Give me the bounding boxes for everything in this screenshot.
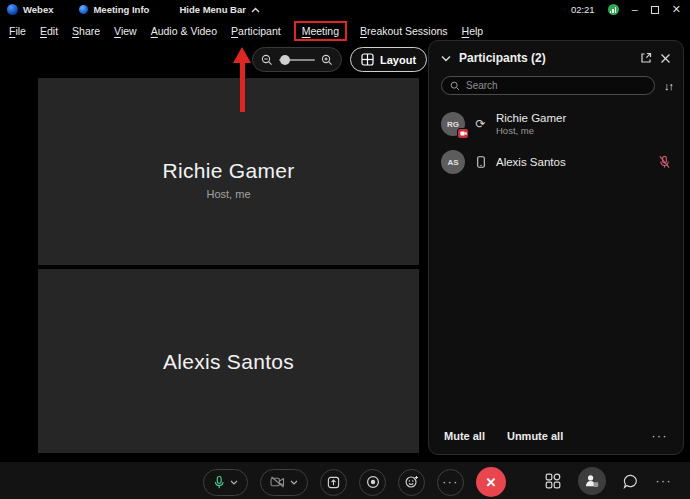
share-screen-button[interactable] (320, 469, 347, 496)
zoom-slider-knob[interactable] (280, 55, 290, 65)
mobile-device-icon (474, 156, 487, 168)
menu-item-share[interactable]: Share (71, 23, 101, 39)
meeting-info-label: Meeting Info (93, 4, 149, 15)
avatar: RG (441, 112, 465, 136)
menu-item-audio-video[interactable]: Audio & Video (150, 23, 218, 39)
participants-icon (584, 474, 599, 488)
chevron-down-icon[interactable] (441, 55, 451, 62)
participants-panel-header: Participants (2) (429, 41, 683, 73)
avatar-initials: AS (447, 158, 458, 167)
close-button[interactable]: ✕ (672, 4, 681, 15)
webex-logo-icon (7, 4, 18, 15)
camera-off-badge-icon (457, 128, 469, 139)
sort-participants-icon[interactable]: ↓↑ (664, 80, 673, 92)
camera-off-icon (270, 476, 285, 488)
reactions-button[interactable] (398, 469, 425, 496)
participants-panel: Participants (2) (428, 40, 684, 455)
app-brand: Webex (7, 4, 53, 15)
zoom-slider[interactable] (279, 59, 315, 61)
connection-status-icon (608, 4, 619, 15)
zoom-in-icon[interactable] (321, 54, 333, 66)
mute-button[interactable] (203, 469, 248, 496)
menu-item-breakout-sessions[interactable]: Breakout Sessions (359, 23, 449, 39)
participant-name: Alexis Santos (496, 156, 566, 169)
start-video-button[interactable] (260, 469, 308, 496)
meeting-timer: 02:21 (571, 4, 595, 15)
title-bar: Webex Meeting Info Hide Menu Bar 02:21 –… (0, 0, 690, 19)
participants-toggle-button[interactable] (578, 467, 606, 495)
tile-participant-name: Alexis Santos (38, 350, 419, 374)
apps-grid-icon (545, 473, 561, 489)
avatar-initials: RG (447, 120, 459, 129)
tile-participant-role: Host, me (38, 188, 419, 200)
participant-name: Richie Gamer (496, 112, 566, 125)
menu-item-participant[interactable]: Participant (230, 23, 282, 39)
reactions-smiley-icon (405, 475, 419, 489)
chevron-up-icon (251, 7, 260, 13)
more-options-button[interactable]: ··· (437, 469, 464, 496)
participant-row-alexis-santos[interactable]: AS Alexis Santos (429, 143, 683, 181)
chevron-down-icon[interactable] (290, 480, 298, 485)
hide-menu-bar-label: Hide Menu Bar (179, 4, 246, 15)
layout-button[interactable]: Layout (350, 47, 427, 72)
menu-item-meeting[interactable]: Meeting (294, 21, 347, 41)
menu-item-file[interactable]: File (8, 23, 27, 39)
meeting-info-icon (79, 5, 88, 14)
participants-search-row: ↓↑ (429, 73, 683, 101)
record-icon (366, 475, 380, 489)
meeting-control-bar: ··· ✕ (0, 462, 690, 499)
microphone-icon (213, 475, 225, 490)
webex-meeting-window: Webex Meeting Info Hide Menu Bar 02:21 –… (0, 0, 690, 499)
menu-item-help[interactable]: Help (461, 23, 485, 39)
chat-button[interactable] (623, 474, 639, 489)
participants-panel-footer: Mute all Unmute all ··· (429, 418, 683, 454)
search-icon (450, 81, 460, 91)
zoom-control (252, 47, 342, 72)
pop-out-panel-button[interactable] (640, 52, 652, 64)
record-button[interactable] (359, 469, 386, 496)
close-panel-button[interactable] (660, 53, 671, 64)
video-tile-alexis-santos[interactable]: Alexis Santos (38, 269, 419, 453)
app-name: Webex (23, 4, 53, 15)
minimize-button[interactable]: – (632, 4, 638, 15)
menu-bar: File Edit Share View Audio & Video Parti… (0, 19, 690, 42)
apps-button[interactable] (545, 473, 561, 489)
layout-button-label: Layout (380, 54, 416, 66)
search-field[interactable] (441, 76, 655, 95)
paired-device-icon: ⟳ (474, 117, 487, 131)
meeting-info-button[interactable]: Meeting Info (79, 4, 149, 15)
muted-mic-icon[interactable] (658, 155, 671, 169)
leave-x-icon: ✕ (486, 475, 497, 490)
participant-role: Host, me (496, 125, 566, 136)
maximize-button[interactable] (651, 6, 659, 14)
menu-item-edit[interactable]: Edit (39, 23, 59, 39)
share-icon (327, 476, 340, 489)
annotation-arrow (233, 47, 251, 112)
search-input[interactable] (466, 80, 646, 91)
unmute-all-button[interactable]: Unmute all (507, 430, 563, 442)
ellipsis-icon: ··· (442, 477, 459, 487)
menu-item-view[interactable]: View (113, 23, 138, 39)
avatar: AS (441, 150, 465, 174)
leave-meeting-button[interactable]: ✕ (476, 467, 506, 497)
participant-row-richie-gamer[interactable]: RG ⟳ Richie Gamer Host, me (429, 105, 683, 143)
pop-out-icon (640, 52, 652, 64)
panel-more-options-button[interactable]: ··· (652, 431, 669, 441)
panel-options-button[interactable]: ··· (656, 476, 673, 486)
participants-list: RG ⟳ Richie Gamer Host, me AS (429, 105, 683, 181)
zoom-out-icon[interactable] (261, 54, 273, 66)
participants-panel-title: Participants (2) (459, 51, 546, 65)
layout-grid-icon (361, 53, 374, 66)
hide-menu-bar-button[interactable]: Hide Menu Bar (179, 4, 260, 15)
chat-bubble-icon (623, 474, 639, 489)
mute-all-button[interactable]: Mute all (444, 430, 485, 442)
close-icon (660, 53, 671, 64)
tile-participant-name: Richie Gamer (38, 159, 419, 183)
video-tile-richie-gamer[interactable]: Richie Gamer Host, me (38, 78, 419, 265)
chevron-down-icon[interactable] (230, 480, 238, 485)
